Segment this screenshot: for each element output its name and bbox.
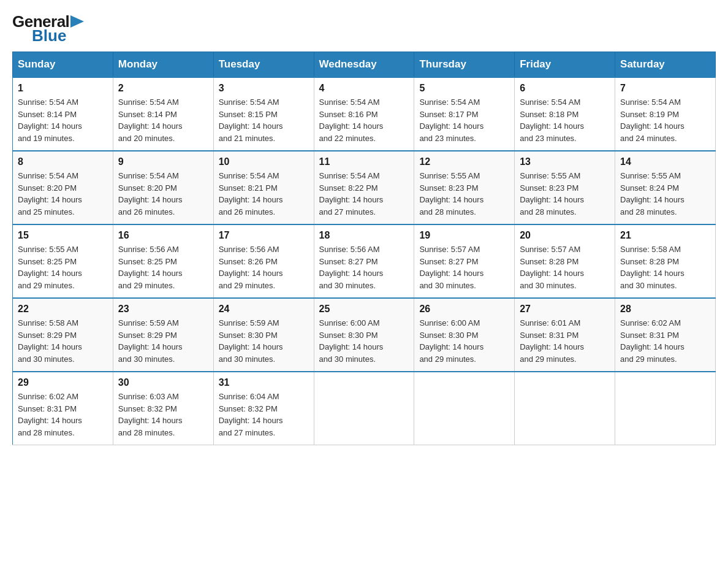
day-info: Sunrise: 5:54 AMSunset: 8:15 PMDaylight:…	[219, 96, 309, 144]
calendar-cell: 9Sunrise: 5:54 AMSunset: 8:20 PMDaylight…	[113, 151, 213, 224]
day-number: 24	[219, 304, 309, 315]
day-number: 10	[219, 156, 309, 167]
calendar-cell: 20Sunrise: 5:57 AMSunset: 8:28 PMDayligh…	[515, 224, 615, 298]
day-number: 2	[118, 83, 208, 94]
day-number: 15	[18, 230, 108, 241]
day-number: 28	[620, 304, 710, 315]
calendar-cell: 27Sunrise: 6:01 AMSunset: 8:31 PMDayligh…	[515, 298, 615, 372]
day-number: 29	[18, 377, 108, 388]
day-number: 3	[219, 83, 309, 94]
day-number: 20	[520, 230, 610, 241]
calendar-cell: 21Sunrise: 5:58 AMSunset: 8:28 PMDayligh…	[615, 224, 716, 298]
calendar-cell: 17Sunrise: 5:56 AMSunset: 8:26 PMDayligh…	[213, 224, 314, 298]
day-info: Sunrise: 5:54 AMSunset: 8:18 PMDaylight:…	[520, 96, 610, 144]
column-header-sunday: Sunday	[13, 52, 113, 78]
day-info: Sunrise: 5:54 AMSunset: 8:14 PMDaylight:…	[18, 96, 108, 144]
day-number: 6	[520, 83, 610, 94]
day-number: 11	[319, 156, 409, 167]
calendar-cell	[515, 372, 615, 445]
calendar-cell: 3Sunrise: 5:54 AMSunset: 8:15 PMDaylight…	[213, 77, 314, 151]
calendar-cell: 1Sunrise: 5:54 AMSunset: 8:14 PMDaylight…	[13, 77, 113, 151]
day-info: Sunrise: 6:04 AMSunset: 8:32 PMDaylight:…	[219, 391, 309, 439]
day-number: 22	[18, 304, 108, 315]
day-number: 19	[419, 230, 509, 241]
calendar-cell: 24Sunrise: 5:59 AMSunset: 8:30 PMDayligh…	[213, 298, 314, 372]
calendar-cell: 14Sunrise: 5:55 AMSunset: 8:24 PMDayligh…	[615, 151, 716, 224]
day-number: 21	[620, 230, 710, 241]
day-info: Sunrise: 6:01 AMSunset: 8:31 PMDaylight:…	[520, 317, 610, 365]
day-number: 14	[620, 156, 710, 167]
calendar-cell: 22Sunrise: 5:58 AMSunset: 8:29 PMDayligh…	[13, 298, 113, 372]
day-number: 31	[219, 377, 309, 388]
day-number: 12	[419, 156, 509, 167]
column-header-tuesday: Tuesday	[213, 52, 314, 78]
day-info: Sunrise: 5:54 AMSunset: 8:17 PMDaylight:…	[419, 96, 509, 144]
page-header: General Blue	[12, 12, 716, 45]
calendar-cell	[615, 372, 716, 445]
calendar-cell: 15Sunrise: 5:55 AMSunset: 8:25 PMDayligh…	[13, 224, 113, 298]
calendar-cell: 31Sunrise: 6:04 AMSunset: 8:32 PMDayligh…	[213, 372, 314, 445]
day-number: 7	[620, 83, 710, 94]
calendar-cell	[314, 372, 414, 445]
day-info: Sunrise: 5:59 AMSunset: 8:30 PMDaylight:…	[219, 317, 309, 365]
day-info: Sunrise: 5:54 AMSunset: 8:20 PMDaylight:…	[18, 170, 108, 218]
calendar-cell: 4Sunrise: 5:54 AMSunset: 8:16 PMDaylight…	[314, 77, 414, 151]
calendar-cell: 19Sunrise: 5:57 AMSunset: 8:27 PMDayligh…	[414, 224, 515, 298]
calendar-cell: 26Sunrise: 6:00 AMSunset: 8:30 PMDayligh…	[414, 298, 515, 372]
day-number: 16	[118, 230, 208, 241]
day-info: Sunrise: 5:55 AMSunset: 8:25 PMDaylight:…	[18, 243, 108, 291]
day-info: Sunrise: 5:54 AMSunset: 8:14 PMDaylight:…	[118, 96, 208, 144]
day-info: Sunrise: 5:54 AMSunset: 8:19 PMDaylight:…	[620, 96, 710, 144]
day-number: 1	[18, 83, 108, 94]
day-number: 18	[319, 230, 409, 241]
day-info: Sunrise: 5:57 AMSunset: 8:27 PMDaylight:…	[419, 243, 509, 291]
day-info: Sunrise: 6:02 AMSunset: 8:31 PMDaylight:…	[620, 317, 710, 365]
calendar-cell: 11Sunrise: 5:54 AMSunset: 8:22 PMDayligh…	[314, 151, 414, 224]
column-header-monday: Monday	[113, 52, 213, 78]
day-info: Sunrise: 5:56 AMSunset: 8:25 PMDaylight:…	[118, 243, 208, 291]
day-number: 8	[18, 156, 108, 167]
logo: General Blue	[12, 12, 84, 45]
day-number: 5	[419, 83, 509, 94]
day-number: 23	[118, 304, 208, 315]
day-info: Sunrise: 6:00 AMSunset: 8:30 PMDaylight:…	[419, 317, 509, 365]
calendar-week-row: 29Sunrise: 6:02 AMSunset: 8:31 PMDayligh…	[13, 372, 716, 445]
calendar-cell: 5Sunrise: 5:54 AMSunset: 8:17 PMDaylight…	[414, 77, 515, 151]
logo-blue-text: Blue	[32, 26, 66, 45]
day-info: Sunrise: 5:54 AMSunset: 8:16 PMDaylight:…	[319, 96, 409, 144]
column-header-wednesday: Wednesday	[314, 52, 414, 78]
calendar-week-row: 8Sunrise: 5:54 AMSunset: 8:20 PMDaylight…	[13, 151, 716, 224]
day-info: Sunrise: 5:58 AMSunset: 8:29 PMDaylight:…	[18, 317, 108, 365]
day-info: Sunrise: 5:59 AMSunset: 8:29 PMDaylight:…	[118, 317, 208, 365]
calendar-cell: 10Sunrise: 5:54 AMSunset: 8:21 PMDayligh…	[213, 151, 314, 224]
calendar-cell: 7Sunrise: 5:54 AMSunset: 8:19 PMDaylight…	[615, 77, 716, 151]
calendar-cell	[414, 372, 515, 445]
day-number: 26	[419, 304, 509, 315]
calendar-cell: 30Sunrise: 6:03 AMSunset: 8:32 PMDayligh…	[113, 372, 213, 445]
calendar-cell: 8Sunrise: 5:54 AMSunset: 8:20 PMDaylight…	[13, 151, 113, 224]
day-number: 17	[219, 230, 309, 241]
calendar-cell: 29Sunrise: 6:02 AMSunset: 8:31 PMDayligh…	[13, 372, 113, 445]
day-info: Sunrise: 6:00 AMSunset: 8:30 PMDaylight:…	[319, 317, 409, 365]
day-number: 30	[118, 377, 208, 388]
calendar-cell: 12Sunrise: 5:55 AMSunset: 8:23 PMDayligh…	[414, 151, 515, 224]
day-number: 4	[319, 83, 409, 94]
svg-marker-0	[70, 15, 84, 28]
calendar-cell: 28Sunrise: 6:02 AMSunset: 8:31 PMDayligh…	[615, 298, 716, 372]
calendar-week-row: 22Sunrise: 5:58 AMSunset: 8:29 PMDayligh…	[13, 298, 716, 372]
day-info: Sunrise: 5:54 AMSunset: 8:22 PMDaylight:…	[319, 170, 409, 218]
day-info: Sunrise: 5:56 AMSunset: 8:27 PMDaylight:…	[319, 243, 409, 291]
day-info: Sunrise: 5:54 AMSunset: 8:21 PMDaylight:…	[219, 170, 309, 218]
day-info: Sunrise: 5:57 AMSunset: 8:28 PMDaylight:…	[520, 243, 610, 291]
day-info: Sunrise: 5:56 AMSunset: 8:26 PMDaylight:…	[219, 243, 309, 291]
day-info: Sunrise: 6:02 AMSunset: 8:31 PMDaylight:…	[18, 391, 108, 439]
day-number: 9	[118, 156, 208, 167]
day-number: 25	[319, 304, 409, 315]
day-info: Sunrise: 5:55 AMSunset: 8:23 PMDaylight:…	[520, 170, 610, 218]
day-info: Sunrise: 5:54 AMSunset: 8:20 PMDaylight:…	[118, 170, 208, 218]
column-header-thursday: Thursday	[414, 52, 515, 78]
calendar-cell: 25Sunrise: 6:00 AMSunset: 8:30 PMDayligh…	[314, 298, 414, 372]
column-header-saturday: Saturday	[615, 52, 716, 78]
day-number: 27	[520, 304, 610, 315]
calendar-cell: 2Sunrise: 5:54 AMSunset: 8:14 PMDaylight…	[113, 77, 213, 151]
